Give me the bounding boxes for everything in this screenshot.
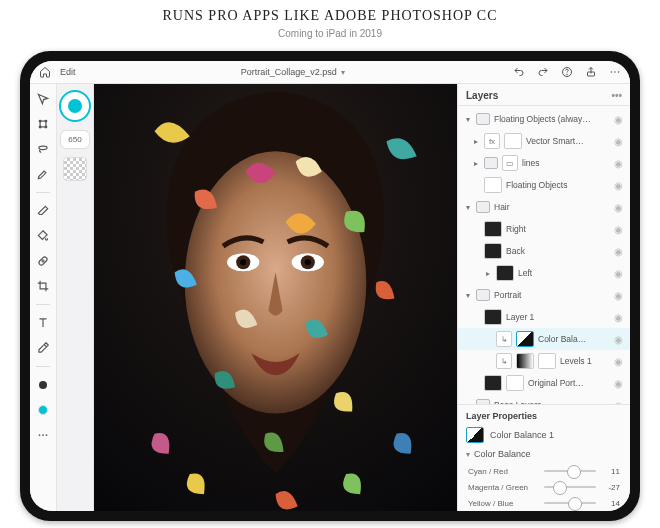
move-pointer-tool[interactable] [34,90,52,108]
brush-options-bar: 650 [57,84,94,511]
brush-tool[interactable] [34,165,52,183]
brush-preview[interactable] [59,90,91,122]
mask-thumbnail [506,375,524,391]
slider-track[interactable] [544,465,596,477]
layer-group-floating[interactable]: ▾ Floating Objects (alway… ◉ [458,108,630,130]
layer-hair-right[interactable]: Right ◉ [458,218,630,240]
visibility-icon[interactable]: ◉ [612,135,624,147]
disclosure-icon[interactable]: ▾ [464,203,472,212]
layer-group-portrait[interactable]: ▾ Portrait ◉ [458,284,630,306]
healing-tool[interactable] [34,252,52,270]
disclosure-icon[interactable]: ▾ [464,291,472,300]
edit-menu[interactable]: Edit [60,67,76,77]
help-icon[interactable] [558,63,576,81]
undo-button[interactable] [510,63,528,81]
file-title-dropdown[interactable]: Portrait_Collage_v2.psd ▾ [241,67,345,77]
color-balance-slider[interactable]: Cyan / Red11 [458,463,630,479]
disclosure-icon[interactable]: ▾ [464,115,472,124]
visibility-icon[interactable]: ◉ [612,377,624,389]
slider-label: Magenta / Green [468,483,538,492]
slider-track[interactable] [544,481,596,493]
canvas-artwork[interactable] [94,84,457,511]
layer-thumbnail [504,133,522,149]
brush-size-chip[interactable]: 650 [60,130,90,149]
layer-lines[interactable]: ▸ ▭ lines ◉ [458,152,630,174]
layer-label: Original Port… [528,378,608,388]
color-balance-slider[interactable]: Yellow / Blue14 [458,495,630,511]
visibility-icon[interactable]: ◉ [612,223,624,235]
layer-layer1[interactable]: Layer 1 ◉ [458,306,630,328]
color-balance-section-header[interactable]: ▾ Color Balance [458,447,630,463]
eyedropper-tool[interactable] [34,339,52,357]
layers-panel-title: Layers [466,90,498,101]
slider-track[interactable] [544,497,596,509]
slider-value: -27 [602,483,620,492]
background-swatch[interactable] [34,401,52,419]
layer-hair-left[interactable]: ▸ Left ◉ [458,262,630,284]
marketing-subtitle: Coming to iPad in 2019 [0,28,660,39]
overflow-icon[interactable] [606,63,624,81]
svg-point-1 [567,74,568,75]
transform-tool[interactable] [34,115,52,133]
layer-label: Color Bala… [538,334,608,344]
layer-hair-back[interactable]: Back ◉ [458,240,630,262]
layer-label: lines [522,158,608,168]
folder-icon [484,157,498,169]
selected-layer-name: Color Balance 1 [490,430,554,440]
visibility-icon[interactable]: ◉ [612,245,624,257]
folder-icon [476,399,490,404]
color-balance-slider[interactable]: Magenta / Green-27 [458,479,630,495]
slider-label: Cyan / Red [468,467,538,476]
layer-original-portrait[interactable]: Original Port… ◉ [458,372,630,394]
visibility-icon[interactable]: ◉ [612,201,624,213]
folder-icon [476,113,490,125]
disclosure-icon[interactable]: ▸ [472,137,480,146]
layer-label: Floating Objects (alway… [494,114,608,124]
foreground-swatch[interactable] [34,376,52,394]
layer-color-balance[interactable]: ↳ Color Bala… ◉ [458,328,630,350]
svg-point-14 [46,434,48,436]
layer-group-hair[interactable]: ▾ Hair ◉ [458,196,630,218]
layer-levels1[interactable]: ↳ Levels 1 ◉ [458,350,630,372]
layer-vector-smart[interactable]: ▸ fx Vector Smart… ◉ [458,130,630,152]
type-tool[interactable] [34,314,52,332]
marketing-headline: RUNS PRO APPS LIKE ADOBE PHOTOSHOP CC [0,8,660,24]
clip-icon: ↳ [496,331,512,347]
redo-button[interactable] [534,63,552,81]
visibility-icon[interactable]: ◉ [612,267,624,279]
svg-point-9 [39,126,41,128]
visibility-icon[interactable]: ◉ [612,311,624,323]
layer-properties-title: Layer Properties [458,404,630,423]
ipad-device-frame: Edit Portrait_Collage_v2.psd ▾ [20,51,640,521]
visibility-icon[interactable]: ◉ [612,179,624,191]
disclosure-icon[interactable]: ▸ [484,269,492,278]
home-icon[interactable] [36,63,54,81]
disclosure-icon[interactable]: ▸ [472,159,480,168]
layer-label: Vector Smart… [526,136,608,146]
toolbar-separator [36,192,50,193]
layer-thumbnail [484,221,502,237]
opacity-swatch[interactable] [63,157,87,181]
visibility-icon[interactable]: ◉ [612,113,624,125]
layer-group-base[interactable]: ▸ Base Layers ◉ [458,394,630,404]
fill-tool[interactable] [34,227,52,245]
visibility-icon[interactable]: ◉ [612,289,624,301]
svg-point-10 [45,126,47,128]
svg-point-13 [42,434,44,436]
visibility-icon[interactable]: ◉ [612,333,624,345]
eraser-tool[interactable] [34,202,52,220]
chevron-down-icon: ▾ [466,450,470,459]
layer-thumbnail [484,309,502,325]
layers-panel-menu-icon[interactable]: ••• [611,90,622,101]
crop-tool[interactable] [34,277,52,295]
visibility-icon[interactable]: ◉ [612,355,624,367]
visibility-icon[interactable]: ◉ [612,157,624,169]
folder-icon [476,201,490,213]
mask-thumbnail [538,353,556,369]
slider-label: Yellow / Blue [468,499,538,508]
lasso-tool[interactable] [34,140,52,158]
share-icon[interactable] [582,63,600,81]
layer-thumbnail [484,375,502,391]
layer-floating-objects[interactable]: Floating Objects ◉ [458,174,630,196]
more-tools[interactable] [34,426,52,444]
